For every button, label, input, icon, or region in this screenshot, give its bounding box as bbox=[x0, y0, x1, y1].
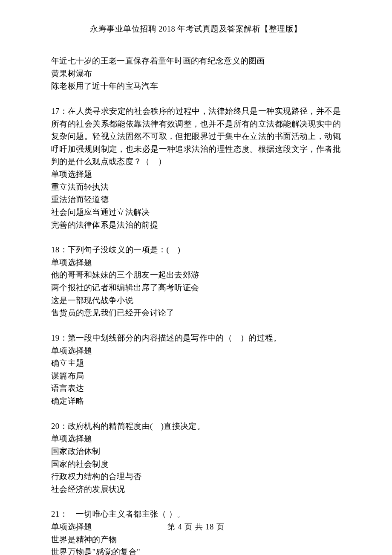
question-stem: 19：第一段中划线部分的内容描述的是写作中的（ ）的过程。 bbox=[51, 332, 341, 344]
question-18: 18：下列句子没歧义的一项是：( ) 单项选择题 他的哥哥和妹妹的三个朋友一起出… bbox=[51, 243, 341, 319]
option-text: 社会问题应当通过立法解决 bbox=[51, 206, 341, 219]
page-content: 年近七十岁的王老一直保存着童年时画的有纪念意义的图画 黄果树瀑布 陈老板用了近十… bbox=[51, 55, 341, 555]
question-stem: 20：政府机构的精简程度由( )直接决定。 bbox=[51, 420, 341, 433]
question-stem: 21： 一切唯心主义者都主张（ ）。 bbox=[51, 508, 341, 520]
page-header: 永寿事业单位招聘 2018 年考试真题及答案解析【整理版】 bbox=[51, 23, 341, 34]
option-text: 这是一部现代战争小说 bbox=[51, 294, 341, 307]
option-text: 行政权力结构的合理与否 bbox=[51, 470, 341, 483]
question-stem: 17：在人类寻求安定的社会秩序的过程中，法律始终只是一种实现路径，并不是所有的社… bbox=[51, 105, 341, 168]
option-text: 社会经济的发展状况 bbox=[51, 483, 341, 496]
option-text: 谋篇布局 bbox=[51, 370, 341, 382]
page-container: 永寿事业单位招聘 2018 年考试真题及答案解析【整理版】 年近七十岁的王老一直… bbox=[0, 0, 392, 555]
option-text: 完善的法律体系是法治的前提 bbox=[51, 219, 341, 231]
question-20: 20：政府机构的精简程度由( )直接决定。 单项选择题 国家政治体制 国家的社会… bbox=[51, 420, 341, 496]
option-text: 语言表达 bbox=[51, 382, 341, 395]
option-text: 售货员的意见我们已经开会讨论了 bbox=[51, 306, 341, 319]
option-text: 世界万物是"感觉的复合" bbox=[51, 546, 341, 555]
option-text: 两个报社的记者和编辑出席了高考听证会 bbox=[51, 281, 341, 294]
option-text: 国家政治体制 bbox=[51, 445, 341, 458]
page-footer: 第 4 页 共 18 页 bbox=[0, 522, 392, 532]
option-text: 他的哥哥和妹妹的三个朋友一起出去郊游 bbox=[51, 269, 341, 281]
question-type: 单项选择题 bbox=[51, 344, 341, 357]
option-text: 重立法而轻执法 bbox=[51, 181, 341, 194]
question-type: 单项选择题 bbox=[51, 256, 341, 269]
option-text: 确立主题 bbox=[51, 357, 341, 370]
question-16-tail: 年近七十岁的王老一直保存着童年时画的有纪念意义的图画 黄果树瀑布 陈老板用了近十… bbox=[51, 55, 341, 92]
option-text: 重法治而轻道德 bbox=[51, 193, 341, 206]
question-19: 19：第一段中划线部分的内容描述的是写作中的（ ）的过程。 单项选择题 确立主题… bbox=[51, 332, 341, 408]
question-type: 单项选择题 bbox=[51, 168, 341, 181]
option-text: 陈老板用了近十年的宝马汽车 bbox=[51, 80, 341, 92]
question-17: 17：在人类寻求安定的社会秩序的过程中，法律始终只是一种实现路径，并不是所有的社… bbox=[51, 105, 341, 231]
option-text: 国家的社会制度 bbox=[51, 458, 341, 471]
option-text: 年近七十岁的王老一直保存着童年时画的有纪念意义的图画 bbox=[51, 55, 341, 67]
option-text: 世界是精神的产物 bbox=[51, 533, 341, 546]
option-text: 确定详略 bbox=[51, 395, 341, 408]
question-stem: 18：下列句子没歧义的一项是：( ) bbox=[51, 243, 341, 256]
question-type: 单项选择题 bbox=[51, 432, 341, 445]
option-text: 黄果树瀑布 bbox=[51, 67, 341, 80]
